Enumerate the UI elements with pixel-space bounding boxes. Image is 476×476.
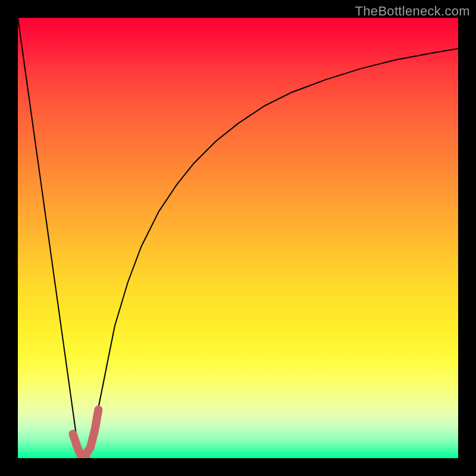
curve-layer <box>18 18 458 458</box>
watermark-text: TheBottleneck.com <box>355 4 470 19</box>
curves-svg <box>18 18 458 458</box>
series-left-slope <box>18 18 80 458</box>
series-right-curve <box>88 49 458 458</box>
series-highlight-hook <box>73 410 99 456</box>
chart-frame: TheBottleneck.com <box>0 0 476 476</box>
plot-area <box>18 18 458 458</box>
